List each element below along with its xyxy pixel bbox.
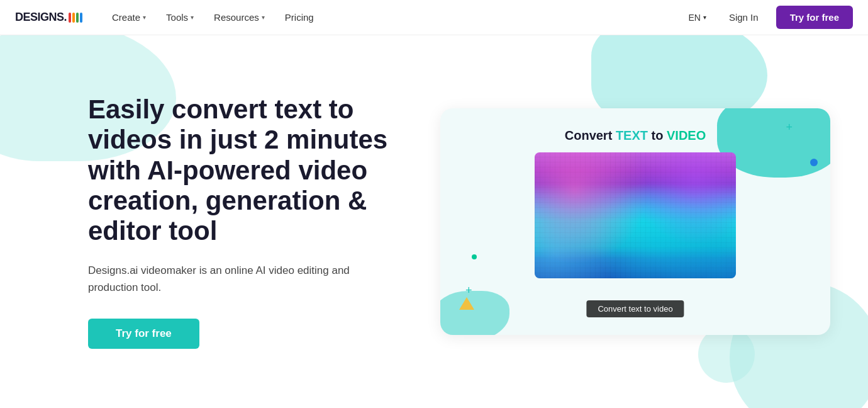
triangle-decoration [459, 297, 474, 310]
hero-right: + + Convert TEXT to VIDEO Convert text t… [440, 108, 830, 335]
hero-title: Easily convert text to videos in just 2 … [88, 94, 415, 246]
logo-text: DESIGNS. [15, 11, 67, 24]
card-label: Convert text to video [586, 300, 684, 317]
preview-card: + + Convert TEXT to VIDEO Convert text t… [440, 108, 830, 335]
pixel-art-container [535, 152, 736, 278]
hero-cta-button[interactable]: Try for free [88, 319, 199, 349]
card-title: Convert TEXT to VIDEO [565, 128, 706, 143]
card-blob-bottomleft [440, 291, 509, 335]
pixel-grid [535, 152, 736, 278]
plus-decoration-bl: + [465, 284, 472, 297]
language-selector[interactable]: EN ▾ [683, 9, 711, 26]
sign-in-button[interactable]: Sign In [721, 8, 766, 26]
navbar: DESIGNS. Create ▾ Tools ▾ Resources ▾ Pr… [0, 0, 868, 35]
dot-decoration-green [472, 254, 477, 259]
try-free-nav-button[interactable]: Try for free [776, 6, 853, 29]
nav-pricing[interactable]: Pricing [276, 8, 323, 26]
hero-section: Easily convert text to videos in just 2 … [0, 35, 868, 408]
chevron-down-icon: ▾ [143, 14, 146, 21]
nav-right: EN ▾ Sign In Try for free [683, 6, 853, 29]
nav-resources[interactable]: Resources ▾ [205, 8, 274, 26]
logo[interactable]: DESIGNS. [15, 11, 83, 24]
nav-create[interactable]: Create ▾ [103, 8, 155, 26]
pixel-scatter [535, 152, 736, 278]
logo-ai [68, 13, 83, 23]
chevron-down-icon: ▾ [262, 14, 265, 21]
hero-left: Easily convert text to videos in just 2 … [88, 94, 415, 349]
nav-tools[interactable]: Tools ▾ [157, 8, 203, 26]
plus-decoration-tr: + [786, 121, 793, 134]
dot-decoration-blue [810, 159, 818, 166]
chevron-down-icon: ▾ [191, 14, 194, 21]
chevron-down-icon: ▾ [703, 14, 706, 21]
nav-links: Create ▾ Tools ▾ Resources ▾ Pricing [103, 8, 683, 26]
hero-description: Designs.ai videomaker is an online AI vi… [88, 262, 352, 296]
